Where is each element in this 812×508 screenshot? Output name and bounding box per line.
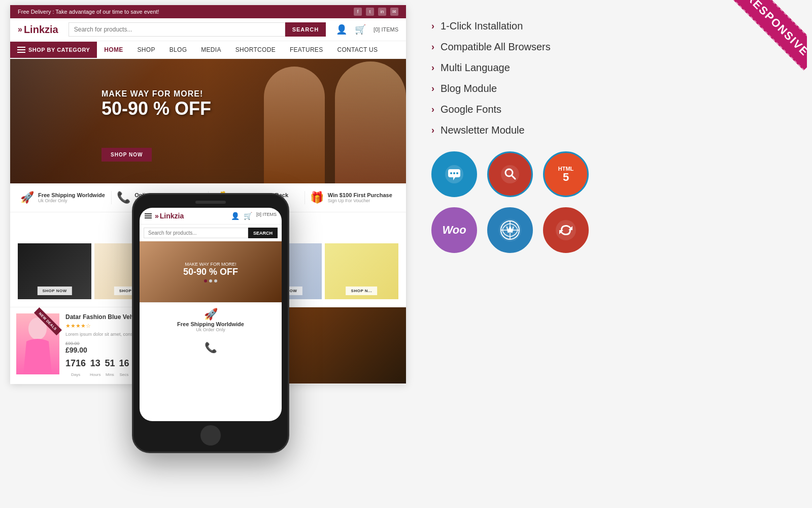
social-icons: f t in ✉	[354, 8, 398, 16]
phone-cart-text: [0] ITEMS	[256, 212, 277, 220]
gift-icon: 🎁	[310, 191, 324, 204]
site-logo: » Linkzia	[18, 24, 58, 36]
twitter-icon[interactable]: t	[366, 8, 374, 16]
phone-screen: » Linkzia 👤 🛒 [0] ITEMS SEARCH MAKE WAY …	[140, 208, 282, 421]
category-item-1: SHOP NOW	[18, 243, 91, 299]
chevron-icon-2: ›	[431, 42, 434, 52]
shop-by-label: SHOP BY CATEGORY	[28, 47, 90, 53]
svg-point-4	[453, 172, 455, 174]
hero-tagline: MAKE WAY FOR MORE!	[101, 89, 211, 99]
feature-text-3: Multi Language	[441, 62, 510, 74]
nav-features[interactable]: FEATURES	[283, 41, 330, 58]
phone-hero: MAKE WAY FOR MORE! 50-90 % OFF	[140, 241, 282, 302]
delivery-text: Free Delivery : Take advantage of our ti…	[18, 9, 159, 15]
logo-text: Linkzia	[24, 24, 58, 36]
svg-point-5	[456, 172, 458, 174]
feature-text-1: 1-Click Installation	[441, 20, 523, 32]
countdown-days: 1716 Days	[65, 358, 86, 378]
phone-dot-3[interactable]	[214, 279, 217, 282]
user-icon[interactable]: 👤	[336, 24, 347, 35]
nav-home[interactable]: HOME	[97, 41, 130, 58]
phone-support-icon: 📞	[144, 341, 278, 354]
phone-feature-strip: 🚀 Free Shipping Worldwide Uk Order Only	[140, 302, 282, 337]
phone-mockup: » Linkzia 👤 🛒 [0] ITEMS SEARCH MAKE WAY …	[132, 193, 289, 453]
search-button[interactable]: SEARCH	[285, 22, 326, 37]
tech-icon-html5: HTML 5	[543, 151, 589, 197]
hamburger-icon	[17, 47, 25, 53]
tech-icon-sync	[543, 207, 589, 253]
hero-people	[10, 59, 406, 183]
category-item-5: SHOP N...	[325, 243, 398, 299]
phone-speaker	[195, 201, 226, 204]
search-svg-icon	[500, 164, 520, 184]
nav-media[interactable]: MEDIA	[194, 41, 228, 58]
phone-dot-1[interactable]	[204, 279, 207, 282]
tech-icon-woo: Woo	[431, 207, 477, 253]
person-1	[264, 67, 325, 183]
phone-header-icons: 👤 🛒 [0] ITEMS	[231, 212, 277, 220]
woo-label: Woo	[442, 224, 466, 237]
feature-list-item-5: › Google Fonts	[431, 104, 802, 115]
chevron-icon-3: ›	[431, 62, 434, 73]
search-bar: SEARCH	[69, 22, 326, 37]
nav-shop[interactable]: SHOP	[130, 41, 162, 58]
linkedin-icon[interactable]: in	[378, 8, 386, 16]
search-input[interactable]	[69, 22, 285, 37]
feature-win: 🎁 Win $100 First Purchase Sign Up For Vo…	[305, 191, 401, 204]
nav-blog[interactable]: BLOG	[162, 41, 194, 58]
site-header: » Linkzia SEARCH 👤 🛒 [0] ITEMS	[10, 18, 406, 41]
hero-text: MAKE WAY FOR MORE! 50-90 % OFF	[101, 89, 211, 119]
svg-point-13	[556, 220, 576, 240]
phone-search-button[interactable]: SEARCH	[248, 228, 278, 238]
shop-by-category-btn[interactable]: SHOP BY CATEGORY	[10, 42, 97, 58]
support-icon: 📞	[117, 191, 130, 204]
header-icons: 👤 🛒 [0] ITEMS	[336, 24, 398, 35]
main-nav: SHOP BY CATEGORY HOME SHOP BLOG MEDIA SH…	[10, 41, 406, 59]
feature-shipping: 🚀 Free Shipping Worldwide Uk Order Only	[15, 191, 112, 204]
feature-text-6: Newsletter Module	[441, 124, 525, 136]
phone-rocket-icon: 🚀	[145, 308, 277, 321]
svg-point-3	[450, 172, 452, 174]
phone-cart-icon[interactable]: 🛒	[244, 212, 252, 220]
countdown-hours: 13 Hours	[90, 358, 100, 378]
rocket-icon: 🚀	[20, 191, 34, 204]
phone-search-input[interactable]	[144, 228, 248, 238]
phone-feature2: 📞	[140, 337, 282, 358]
phone-hero-big: 50-90 % OFF	[183, 267, 238, 277]
phone-feature-title: Free Shipping Worldwide	[145, 321, 277, 327]
feature-list-item-6: › Newsletter Module	[431, 124, 802, 136]
top-bar: Free Delivery : Take advantage of our ti…	[10, 5, 406, 18]
phone-hero-text: MAKE WAY FOR MORE! 50-90 % OFF	[183, 262, 238, 282]
hero-discount: 50-90 % OFF	[101, 99, 211, 119]
email-icon[interactable]: ✉	[390, 8, 398, 16]
phone-header: » Linkzia 👤 🛒 [0] ITEMS	[140, 208, 282, 225]
phone-hero-small: MAKE WAY FOR MORE!	[183, 262, 238, 267]
facebook-icon[interactable]: f	[354, 8, 362, 16]
person-2	[335, 61, 406, 183]
responsive-badge-text: RESPONSIVE	[732, 0, 807, 71]
product-image: NEW DEALS	[16, 313, 59, 374]
feature-list-item-4: › Blog Module	[431, 83, 802, 94]
phone-logo: » Linkzia	[155, 212, 184, 220]
nav-contact[interactable]: CONTACT US	[330, 41, 385, 58]
cat-shop-btn-5[interactable]: SHOP N...	[346, 287, 378, 295]
chevron-icon-6: ›	[431, 125, 434, 136]
html5-number: 5	[563, 172, 569, 183]
cat-shop-btn-1[interactable]: SHOP NOW	[37, 287, 72, 295]
hero-cta-button[interactable]: SHOP NOW	[101, 148, 152, 162]
phone-user-icon[interactable]: 👤	[231, 212, 240, 220]
logo-icon: »	[18, 25, 22, 34]
phone-search-bar: SEARCH	[144, 228, 278, 238]
phone-home-button[interactable]	[200, 425, 221, 446]
chevron-icon-1: ›	[431, 21, 434, 31]
nav-shortcode[interactable]: SHORTCODE	[228, 41, 283, 58]
phone-logo-icon: »	[155, 212, 159, 220]
feature-shipping-text: Free Shipping Worldwide Uk Order Only	[38, 192, 105, 203]
tech-icon-chat	[431, 151, 477, 197]
phone-hamburger-icon[interactable]	[145, 213, 152, 218]
chevron-icon-4: ›	[431, 83, 434, 94]
cart-icon[interactable]: 🛒	[355, 24, 366, 35]
phone-dot-2[interactable]	[209, 279, 212, 282]
tech-icon-search	[487, 151, 533, 197]
feature-text-4: Blog Module	[441, 83, 497, 94]
